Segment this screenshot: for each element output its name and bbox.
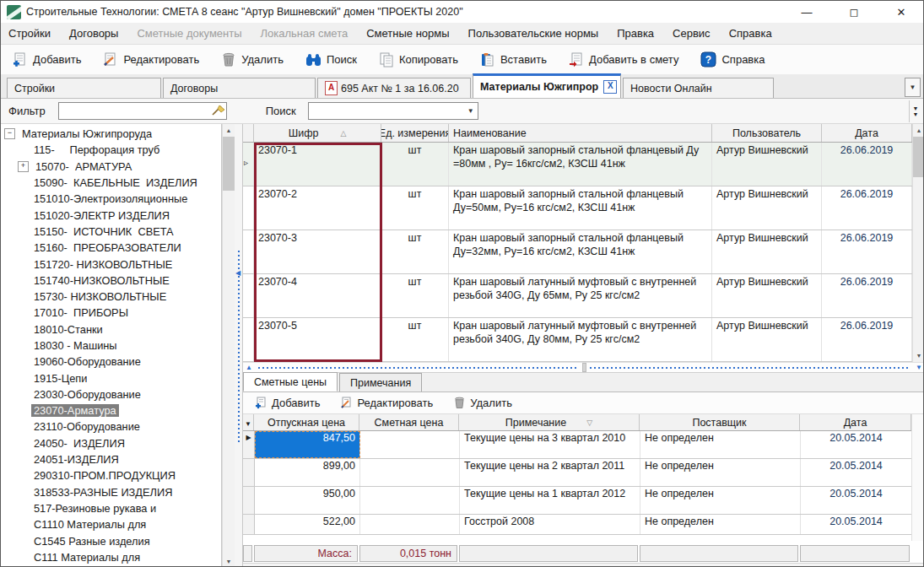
table-row[interactable]: 23070-1 шт Кран шаровый запорный стально… (243, 143, 912, 186)
materials-hscrollbar[interactable]: ▲ ▼ (243, 362, 924, 373)
collapse-expander-icon[interactable]: − (4, 128, 15, 139)
tab-smetnye-ceny[interactable]: Сметные цены (243, 372, 338, 392)
tree-item[interactable]: 318533-РАЗНЫЕ ИЗДЕЛИЯ (1, 484, 221, 500)
column-header-note[interactable]: Примечание▽ (459, 414, 640, 430)
table-row[interactable]: ▶ 847,50 Текущие цены на 3 квартал 2010 … (243, 431, 911, 459)
tree-item[interactable]: 24051-ИЗДЕЛИЯ (1, 451, 221, 467)
scroll-up-icon[interactable]: ▲ (913, 124, 924, 137)
paste-button[interactable]: Вставить (480, 52, 547, 68)
grid-menu-icon[interactable]: ▼ (243, 414, 254, 430)
tree-item[interactable]: 151740-НИЗКОВОЛЬТНЫЕ (1, 273, 221, 289)
copy-button[interactable]: Копировать (379, 52, 458, 68)
tree-item[interactable]: 1915-Цепи (1, 370, 221, 386)
cell-release-price-selected[interactable]: 847,50 (255, 431, 360, 458)
tab-materialy-yuzhgiprorud[interactable]: Материалы ЮжгипрорX (473, 73, 621, 98)
scroll-down-icon[interactable]: ▼ (913, 349, 924, 362)
scroll-left-icon[interactable]: ▲ (243, 364, 255, 371)
tree-item[interactable]: 18030 - Машины (1, 338, 221, 354)
table-row[interactable]: 950,00 Текущие цены на 1 квартал 2012 Не… (243, 487, 911, 515)
menu-smetnye-normy[interactable]: Сметные нормы (366, 27, 449, 40)
tree-item[interactable]: 18010-Станки (1, 321, 221, 338)
menu-dogovory[interactable]: Договоры (69, 27, 118, 40)
materials-scrollbar[interactable]: ▲ ▼ (912, 124, 924, 362)
scrollbar-thumb[interactable] (223, 137, 235, 191)
table-row[interactable]: 522,00 Госстрой 2008 Не определен 20.05.… (243, 515, 911, 535)
tree-item[interactable]: 23110-Оборудование (1, 418, 221, 435)
chevron-down-icon[interactable]: ▼ (464, 103, 478, 119)
close-icon[interactable]: ✕ (894, 6, 908, 19)
price-delete-button[interactable]: Удалить (453, 397, 512, 409)
column-header-user[interactable]: Пользователь (712, 124, 822, 142)
tree-item[interactable]: 19060-Оборудование (1, 354, 221, 370)
tree-item[interactable]: 151010-Электроизоляционные (1, 191, 221, 207)
column-header-date[interactable]: Дата (822, 124, 912, 142)
column-header-estimate-price[interactable]: Сметная цена (359, 414, 459, 430)
menu-pravka[interactable]: Правка (617, 27, 654, 40)
scroll-up-icon[interactable]: ▲ (223, 124, 235, 137)
scrollbar-thumb[interactable] (913, 137, 924, 177)
scrollbar-split[interactable] (582, 363, 586, 372)
tree-item[interactable]: 115- Перфорация труб (1, 142, 221, 158)
tree-item[interactable]: 151020-ЭЛЕКТР ИЗДЕЛИЯ (1, 207, 221, 223)
column-header-shifr[interactable]: Шифр△ (254, 124, 381, 142)
tab-strojki[interactable]: Стройки (7, 78, 161, 98)
tree-item[interactable]: С1545 Разные изделия (1, 532, 221, 548)
table-row[interactable]: 23070-3 шт Кран шаровый запорный стально… (243, 230, 912, 274)
tab-dogovory[interactable]: Договоры (163, 78, 316, 98)
tab-akt[interactable]: А695 Акт № 1 за 16.06.20 (317, 78, 471, 98)
menu-spravka[interactable]: Справка (729, 27, 772, 40)
panel-splitter[interactable]: ◀ (235, 124, 243, 567)
menu-strojki[interactable]: Стройки (8, 27, 51, 40)
prices-scrollbar-track[interactable] (911, 414, 924, 541)
tree-item-selected[interactable]: 23070-Арматура (1, 402, 221, 418)
delete-button[interactable]: Удалить (221, 52, 284, 68)
toolbar-overflow-icon[interactable]: ▼▼ (909, 100, 921, 122)
scrollbar-track[interactable] (590, 367, 910, 369)
column-header-release-price[interactable]: Отпускная цена (254, 414, 359, 430)
column-header-unit[interactable]: Ед. измерения (381, 124, 449, 142)
tree-item[interactable]: 23030-Оборудование (1, 386, 221, 402)
tree-item[interactable]: С1110 Материалы для (1, 516, 221, 532)
tree-item[interactable]: 15160- ПРЕОБРАЗОВАТЕЛИ (1, 240, 221, 256)
help-button[interactable]: ? Справка (700, 51, 765, 68)
scrollbar-track[interactable] (258, 367, 579, 369)
scroll-right-icon[interactable]: ▼ (913, 364, 924, 371)
tab-novosti-onlajn[interactable]: Новости Онлайн (623, 78, 774, 98)
menu-polzovatelskie-normy[interactable]: Пользовательские нормы (468, 27, 599, 40)
column-header-date[interactable]: Дата (800, 414, 911, 430)
column-header-name[interactable]: Наименование (449, 124, 712, 142)
tree-item[interactable]: 17010- ПРИБОРЫ (1, 305, 221, 321)
tree-root[interactable]: − Материалы Южгипроруда (1, 126, 221, 142)
price-add-button[interactable]: Добавить (255, 397, 320, 409)
add-button[interactable]: Добавить (13, 52, 81, 68)
scroll-down-icon[interactable]: ▼ (223, 555, 235, 567)
table-row[interactable]: 23070-5 шт Кран шаровый латунный муфтовы… (243, 318, 912, 362)
menu-servis[interactable]: Сервис (673, 27, 711, 40)
minimize-icon[interactable]: — (800, 6, 813, 19)
tree-item[interactable]: 151720- НИЗКОВОЛЬТНЫЕ (1, 256, 221, 272)
table-row[interactable]: 23070-2 шт Кран шаровый запорный стально… (243, 186, 912, 230)
tree-item[interactable]: 15730- НИЗКОВОЛЬТНЫЕ (1, 289, 221, 305)
expand-expander-icon[interactable]: + (18, 161, 29, 172)
add-to-estimate-button[interactable]: Добавить в смету (569, 52, 678, 68)
maximize-icon[interactable]: ◻ (847, 6, 861, 19)
tab-list-dropdown-icon[interactable]: ▼ (905, 78, 921, 97)
close-tab-icon[interactable]: X (603, 80, 617, 94)
tree-item[interactable]: 517-Резиновые рукава и (1, 500, 221, 516)
tree-item[interactable]: 15090- КАБЕЛЬНЫЕ ИЗДЕЛИЯ (1, 175, 221, 191)
filter-input[interactable] (59, 104, 211, 118)
tree-item[interactable]: 15150- ИСТОЧНИК СВЕТА (1, 224, 221, 240)
edit-button[interactable]: Редактировать (103, 52, 199, 68)
tree-item[interactable]: 24050- ИЗДЕЛИЯ (1, 435, 221, 451)
table-row[interactable]: 899,00 Текущие цены на 2 квартал 2011 Не… (243, 459, 911, 487)
tree-scrollbar[interactable]: ▲ ▼ (222, 124, 235, 567)
tree-item[interactable]: +15070- АРМАТУРА (1, 159, 221, 175)
search-combo[interactable]: ▼ (308, 102, 478, 120)
table-row[interactable]: 23070-4 шт Кран шаровый латунный муфтовы… (243, 274, 912, 318)
collapse-left-icon[interactable]: ◀ (235, 269, 240, 277)
clear-filter-broom-icon[interactable] (211, 103, 226, 119)
tree-item[interactable]: 290310-ПРОМ.ПРОДУКЦИЯ (1, 467, 221, 483)
search-button[interactable]: Поиск (305, 52, 357, 68)
column-header-supplier[interactable]: Поставщик (640, 414, 800, 430)
price-edit-button[interactable]: Редактировать (340, 397, 433, 409)
